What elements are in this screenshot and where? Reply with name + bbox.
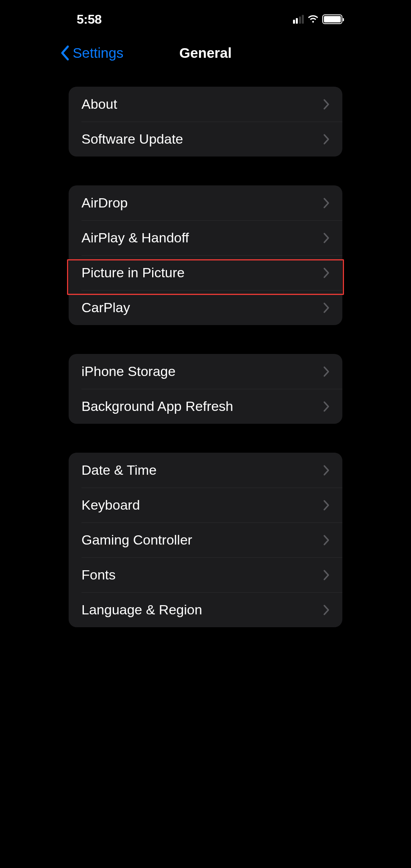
row-airdrop[interactable]: AirDrop <box>69 185 342 220</box>
back-button[interactable]: Settings <box>60 45 123 61</box>
row-language-region[interactable]: Language & Region <box>69 592 342 627</box>
row-about[interactable]: About <box>69 87 342 122</box>
chevron-right-icon <box>323 302 330 313</box>
row-label: Picture in Picture <box>81 265 185 281</box>
chevron-right-icon <box>323 197 330 209</box>
chevron-right-icon <box>323 366 330 377</box>
row-label: Fonts <box>81 567 116 583</box>
row-label: Keyboard <box>81 497 140 513</box>
chevron-right-icon <box>323 99 330 110</box>
row-date-time[interactable]: Date & Time <box>69 453 342 488</box>
battery-icon <box>322 14 342 24</box>
status-time: 5:58 <box>69 12 102 27</box>
settings-section: AirDropAirPlay & HandoffPicture in Pictu… <box>69 185 342 325</box>
chevron-right-icon <box>323 604 330 616</box>
row-picture-in-picture[interactable]: Picture in Picture <box>69 255 342 290</box>
nav-header: Settings General <box>55 35 356 71</box>
row-carplay[interactable]: CarPlay <box>69 290 342 325</box>
row-label: CarPlay <box>81 300 130 315</box>
cellular-signal-icon <box>293 15 304 24</box>
chevron-right-icon <box>323 134 330 145</box>
row-software-update[interactable]: Software Update <box>69 122 342 157</box>
page-title: General <box>179 45 232 61</box>
settings-content: AboutSoftware UpdateAirDropAirPlay & Han… <box>55 87 356 627</box>
chevron-right-icon <box>323 465 330 476</box>
settings-section: AboutSoftware Update <box>69 87 342 157</box>
row-label: Software Update <box>81 131 183 147</box>
row-label: AirPlay & Handoff <box>81 230 189 246</box>
chevron-right-icon <box>323 569 330 581</box>
row-iphone-storage[interactable]: iPhone Storage <box>69 354 342 389</box>
chevron-left-icon <box>60 45 71 61</box>
wifi-icon <box>307 15 319 24</box>
chevron-right-icon <box>323 535 330 546</box>
row-label: Background App Refresh <box>81 398 233 414</box>
row-label: Date & Time <box>81 462 157 478</box>
row-label: Gaming Controller <box>81 532 192 548</box>
chevron-right-icon <box>323 500 330 511</box>
row-label: iPhone Storage <box>81 364 175 379</box>
chevron-right-icon <box>323 232 330 244</box>
status-bar: 5:58 <box>55 0 356 32</box>
status-icons <box>293 14 343 24</box>
chevron-right-icon <box>323 401 330 412</box>
settings-section: iPhone StorageBackground App Refresh <box>69 354 342 424</box>
row-label: AirDrop <box>81 195 128 211</box>
chevron-right-icon <box>323 267 330 278</box>
row-label: About <box>81 96 117 112</box>
row-gaming-controller[interactable]: Gaming Controller <box>69 522 342 557</box>
row-label: Language & Region <box>81 602 202 618</box>
row-fonts[interactable]: Fonts <box>69 557 342 592</box>
row-airplay-handoff[interactable]: AirPlay & Handoff <box>69 220 342 255</box>
row-keyboard[interactable]: Keyboard <box>69 488 342 522</box>
row-background-app-refresh[interactable]: Background App Refresh <box>69 389 342 424</box>
back-label: Settings <box>73 45 123 61</box>
settings-section: Date & TimeKeyboardGaming ControllerFont… <box>69 453 342 627</box>
